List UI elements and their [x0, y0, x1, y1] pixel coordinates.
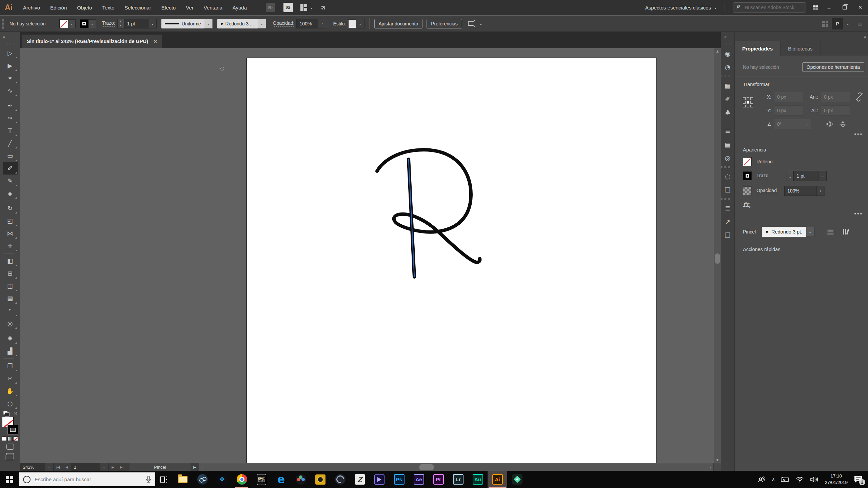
stroke-color-swatch[interactable]	[7, 425, 18, 434]
menu-ventana[interactable]: Ventana	[199, 5, 228, 11]
screen-mode-button[interactable]	[6, 453, 14, 459]
link-dimensions-icon[interactable]	[854, 92, 864, 102]
taskbar-battlenet-icon[interactable]: ❖	[212, 471, 232, 488]
vertical-scroll-track[interactable]	[714, 54, 721, 457]
taskbar-edge-icon[interactable]: e	[271, 471, 291, 488]
swatches-panel[interactable]: ▦	[721, 79, 734, 92]
first-artboard-icon[interactable]: |◀	[54, 465, 62, 469]
menu-edicion[interactable]: Edición	[45, 5, 72, 11]
color-guide-panel[interactable]: ◔	[721, 60, 734, 74]
stock-icon[interactable]: St	[283, 3, 293, 12]
previous-artboard-icon[interactable]: ◀	[62, 465, 71, 469]
task-view-button[interactable]	[155, 471, 171, 488]
rotate-tool[interactable]: ↻	[3, 202, 18, 215]
tool-options-button[interactable]: Opciones de herramienta	[802, 62, 864, 72]
perspective-grid-tool[interactable]: ⊞	[3, 267, 18, 280]
taskbar-cinema-4d-icon[interactable]	[330, 471, 350, 488]
panel-grip[interactable]	[723, 43, 732, 45]
brush-definition-dropdown[interactable]: Redondo 3 ...	[217, 19, 258, 28]
stroke-weight-stepper[interactable]: ⌃⌄	[117, 19, 124, 28]
flip-horizontal-icon[interactable]	[825, 121, 834, 127]
expand-dock-icon[interactable]: »	[864, 34, 866, 39]
gradient-tool[interactable]: ▤	[3, 292, 18, 305]
status-expand-icon[interactable]: ▶	[191, 465, 199, 469]
restore-button[interactable]	[837, 0, 852, 15]
clock[interactable]: 17:10 27/01/2019	[821, 471, 851, 488]
appearance-opacity-panel-arrow[interactable]: ›	[817, 186, 825, 196]
brush-dropdown-chevron[interactable]: ⌄	[806, 227, 814, 237]
chevron-down-icon[interactable]: ⌄	[310, 5, 313, 10]
taskbar-search[interactable]	[19, 472, 155, 486]
panel-grip[interactable]	[6, 43, 15, 45]
scroll-left-icon[interactable]: ‹	[199, 465, 205, 469]
vertical-scrollbar[interactable]: ▲ ▼	[714, 48, 721, 463]
vertical-scroll-thumb[interactable]	[715, 253, 720, 264]
brush-options-icon[interactable]	[827, 229, 834, 235]
people-icon[interactable]	[754, 471, 769, 488]
stroke-dropdown[interactable]: ⌄	[88, 19, 96, 28]
eyedropper-tool[interactable]: ❜	[3, 305, 18, 317]
taskbar-epic-games-icon[interactable]: EPICGAMES	[252, 471, 271, 488]
expand-tools-icon[interactable]: »	[0, 32, 20, 42]
stroke-weight-label[interactable]: Trazo:	[102, 20, 115, 27]
style-dropdown[interactable]: ⌄	[356, 19, 364, 28]
y-field[interactable]: 0 px	[774, 105, 803, 116]
stroke-panel[interactable]: ≡	[721, 124, 734, 138]
taskbar-illustrator-icon[interactable]: Ai	[488, 471, 507, 488]
appearance-stroke-stepper[interactable]: ⌃⌄	[787, 171, 793, 181]
workspace-switcher[interactable]: Aspectos esenciales clásicos	[645, 5, 711, 11]
width-profile-dropdown[interactable]: Uniforme	[161, 19, 204, 28]
artboards-panel[interactable]: ❐	[721, 228, 734, 242]
taskbar-premiere-icon[interactable]: Pr	[429, 471, 448, 488]
line-segment-tool[interactable]: ╱	[3, 137, 18, 149]
stock-search-input[interactable]	[733, 2, 806, 13]
puppet-warp-tool[interactable]: ✛	[3, 240, 18, 252]
mesh-tool[interactable]: ◫	[3, 280, 18, 292]
gradient-mode-button[interactable]	[7, 436, 13, 441]
pen-tool[interactable]: ✒	[3, 99, 18, 112]
selection-tool[interactable]: ▷	[3, 47, 18, 59]
brush-dropdown[interactable]: Redondo 3 pt.	[762, 227, 806, 237]
last-artboard-icon[interactable]: ▶|	[117, 465, 126, 469]
graphic-styles-panel[interactable]: ❏	[721, 183, 734, 197]
start-button[interactable]	[0, 471, 19, 488]
swap-fill-stroke-icon[interactable]: ⤨	[14, 411, 17, 415]
volume-icon[interactable]	[807, 471, 821, 488]
menu-seleccionar[interactable]: Seleccionar	[119, 5, 156, 11]
horizontal-scroll-thumb[interactable]	[419, 464, 434, 470]
menu-efecto[interactable]: Efecto	[156, 5, 181, 11]
gradient-panel[interactable]: ▤	[721, 138, 734, 151]
taskbar-audition-icon[interactable]: Au	[468, 471, 488, 488]
tab-propiedades[interactable]: Propiedades	[735, 41, 781, 56]
taskbar-photoshop-icon[interactable]: Ps	[389, 471, 409, 488]
pasteboard[interactable]: ▲ ▼	[20, 48, 721, 463]
workspace-active-icon[interactable]: P	[832, 18, 843, 29]
shaper-tool[interactable]: ✎	[3, 175, 18, 187]
arrange-documents-icon[interactable]	[300, 4, 307, 11]
stroke-weight-value[interactable]: 1 pt	[124, 19, 149, 28]
artboard-tool[interactable]: ❐	[3, 360, 18, 372]
gpu-performance-icon[interactable]: ✈	[319, 3, 328, 12]
hand-tool[interactable]: ✋	[3, 385, 18, 397]
slice-tool[interactable]: ✂	[3, 372, 18, 385]
document-setup-icon[interactable]	[468, 20, 476, 28]
eraser-tool[interactable]: ◈	[3, 187, 18, 200]
symbols-panel[interactable]: ♣	[721, 106, 734, 119]
effects-button[interactable]: fx▾	[743, 201, 750, 209]
next-artboard-icon[interactable]: ▶	[108, 465, 117, 469]
scroll-right-icon[interactable]: ›	[707, 465, 713, 469]
zoom-tool[interactable]: ○	[3, 397, 18, 410]
color-mode-button[interactable]	[2, 436, 7, 441]
rotation-angle-dropdown[interactable]: 0°⌄	[774, 119, 811, 129]
x-field[interactable]: 0 px	[774, 92, 803, 102]
taskbar-zbrush-icon[interactable]: Z	[350, 471, 370, 488]
taskbar-davinci-resolve-icon[interactable]	[291, 471, 311, 488]
export-panel[interactable]: ↗	[721, 215, 734, 228]
artboard-canvas[interactable]	[246, 58, 657, 463]
taskbar-filmora-icon[interactable]	[507, 471, 527, 488]
opacity-label[interactable]: Opacidad:	[273, 20, 295, 27]
transparency-panel[interactable]: ◎	[721, 151, 734, 165]
taskbar-search-input[interactable]	[35, 476, 142, 482]
chevron-down-icon[interactable]: ⌄	[714, 5, 717, 10]
preferences-button[interactable]: Preferencias	[427, 19, 462, 28]
